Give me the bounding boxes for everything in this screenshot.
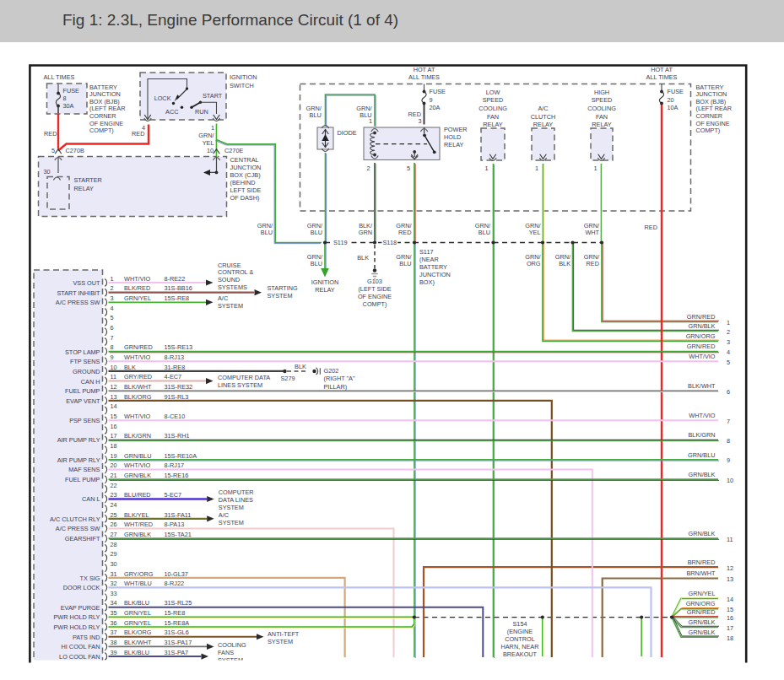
svg-text:C270B: C270B (66, 147, 84, 154)
svg-text:GRN/ORG: GRN/ORG (686, 600, 716, 607)
svg-text:GRN/: GRN/ (306, 105, 322, 112)
svg-text:YEL: YEL (203, 139, 214, 147)
svg-text:COMPT): COMPT) (696, 127, 721, 134)
svg-text:STARTER: STARTER (74, 176, 102, 184)
svg-text:16: 16 (111, 423, 117, 430)
svg-text:HI COOL FAN: HI COOL FAN (62, 643, 100, 650)
svg-text:19: 19 (111, 452, 117, 460)
svg-text:RELAY: RELAY (592, 121, 612, 128)
svg-text:10A: 10A (668, 104, 679, 111)
svg-text:GRN/: GRN/ (584, 253, 600, 261)
svg-text:C270E: C270E (224, 147, 243, 154)
svg-text:COMPT): COMPT) (363, 300, 387, 308)
svg-text:GRN/: GRN/ (198, 132, 214, 139)
svg-text:GRN/BLK: GRN/BLK (688, 618, 715, 626)
svg-text:(RIGHT "A": (RIGHT "A" (324, 375, 355, 382)
svg-text:WHT/VIO: WHT/VIO (124, 461, 151, 469)
svg-text:30: 30 (111, 560, 117, 568)
svg-text:GRN/BLK: GRN/BLK (688, 471, 715, 478)
svg-text:ORG: ORG (527, 260, 541, 267)
svg-text:24: 24 (111, 501, 117, 509)
svg-text:BOX): BOX) (419, 278, 435, 286)
svg-text:3: 3 (727, 338, 730, 346)
svg-text:(BEHIND: (BEHIND (230, 179, 256, 186)
svg-text:GRN/ORG: GRN/ORG (686, 332, 716, 340)
svg-text:JUNCTION: JUNCTION (419, 271, 451, 278)
svg-text:9: 9 (111, 353, 114, 361)
svg-text:YEL: YEL (529, 229, 541, 236)
svg-text:Fig 1: 2.3L, Engine Performanc: Fig 1: 2.3L, Engine Performance Circuit … (62, 11, 398, 29)
svg-text:VSS OUT: VSS OUT (73, 279, 100, 287)
svg-text:BATTERY: BATTERY (419, 263, 447, 271)
svg-text:31: 31 (111, 570, 117, 578)
svg-text:1: 1 (211, 124, 214, 132)
svg-text:FUSE: FUSE (430, 88, 446, 95)
svg-text:GRN/YEL: GRN/YEL (124, 609, 151, 617)
svg-text:10-GL37: 10-GL37 (165, 570, 188, 578)
svg-text:LEFT SIDE: LEFT SIDE (230, 186, 262, 194)
svg-text:20: 20 (111, 461, 117, 469)
svg-text:POWER: POWER (444, 126, 468, 133)
svg-text:LO COOL FAN: LO COOL FAN (59, 653, 100, 661)
svg-text:35: 35 (111, 609, 117, 617)
svg-text:GRN/: GRN/ (307, 253, 323, 261)
svg-text:(LEFT SIDE: (LEFT SIDE (358, 285, 391, 293)
svg-text:11: 11 (727, 536, 733, 543)
svg-text:GRN/BLK: GRN/BLK (688, 530, 715, 537)
svg-text:CLUTCH: CLUTCH (531, 113, 556, 121)
svg-text:G103: G103 (367, 278, 382, 285)
svg-text:GRN/: GRN/ (525, 222, 541, 229)
svg-text:BLK/: BLK/ (359, 222, 373, 229)
svg-text:BLU: BLU (310, 111, 322, 119)
svg-text:31S-RL25: 31S-RL25 (165, 599, 192, 607)
svg-text:COOLING: COOLING (479, 105, 507, 112)
svg-text:FANS: FANS (218, 649, 234, 656)
svg-text:SYSTEM: SYSTEM (268, 292, 293, 300)
svg-text:HARN, NEAR: HARN, NEAR (500, 643, 538, 650)
svg-text:PATS IND: PATS IND (73, 634, 100, 641)
svg-text:11: 11 (111, 373, 117, 380)
svg-text:8-CE10: 8-CE10 (165, 413, 186, 420)
svg-text:START: START (203, 92, 223, 100)
svg-text:GRN/: GRN/ (525, 253, 541, 261)
svg-text:S279: S279 (280, 375, 295, 382)
svg-text:SPEED: SPEED (592, 96, 613, 104)
svg-text:15S-RE8: 15S-RE8 (165, 294, 190, 302)
svg-text:BLK/ORG: BLK/ORG (124, 629, 152, 636)
svg-text:3: 3 (111, 294, 114, 302)
svg-text:FUEL PUMP: FUEL PUMP (65, 387, 100, 395)
svg-text:8-PA13: 8-PA13 (165, 521, 185, 528)
svg-text:GRN/BLK: GRN/BLK (124, 472, 151, 479)
svg-text:GRN/YEL: GRN/YEL (124, 619, 151, 627)
svg-text:15-RE16: 15-RE16 (165, 472, 189, 479)
svg-text:8-RE22: 8-RE22 (165, 275, 186, 283)
svg-text:BLK/GRN: BLK/GRN (688, 431, 715, 439)
svg-text:RED: RED (587, 260, 599, 267)
svg-text:A/C: A/C (218, 294, 228, 302)
svg-text:38: 38 (111, 639, 117, 646)
svg-text:BRN/RED: BRN/RED (688, 559, 716, 566)
svg-text:2: 2 (111, 284, 114, 292)
svg-text:PWR HOLD RLY: PWR HOLD RLY (53, 613, 100, 621)
svg-text:8-RJ22: 8-RJ22 (165, 580, 185, 587)
svg-text:16: 16 (727, 614, 733, 622)
svg-text:31S-PA7: 31S-PA7 (165, 649, 189, 656)
svg-text:COOLING: COOLING (218, 641, 246, 649)
svg-text:CONTROL &: CONTROL & (218, 268, 253, 276)
svg-text:RED: RED (408, 111, 421, 118)
svg-text:SPEED: SPEED (483, 96, 504, 104)
svg-text:5-EC7: 5-EC7 (165, 491, 182, 499)
svg-text:31S-PA17: 31S-PA17 (165, 639, 192, 646)
svg-text:PSP SENS: PSP SENS (69, 417, 100, 424)
svg-text:GRN/: GRN/ (257, 222, 273, 229)
svg-text:BLK/YEL: BLK/YEL (124, 511, 149, 519)
svg-text:31S-FA11: 31S-FA11 (165, 511, 192, 519)
svg-text:RELAY: RELAY (444, 141, 464, 148)
svg-text:6: 6 (727, 388, 730, 396)
svg-text:9: 9 (727, 456, 730, 464)
svg-text:GRN/BLK: GRN/BLK (688, 629, 715, 636)
svg-text:FAN: FAN (596, 113, 608, 121)
svg-text:30A: 30A (63, 102, 74, 110)
svg-text:STOP LAMP: STOP LAMP (65, 348, 100, 356)
svg-text:15-RE8: 15-RE8 (165, 609, 186, 617)
